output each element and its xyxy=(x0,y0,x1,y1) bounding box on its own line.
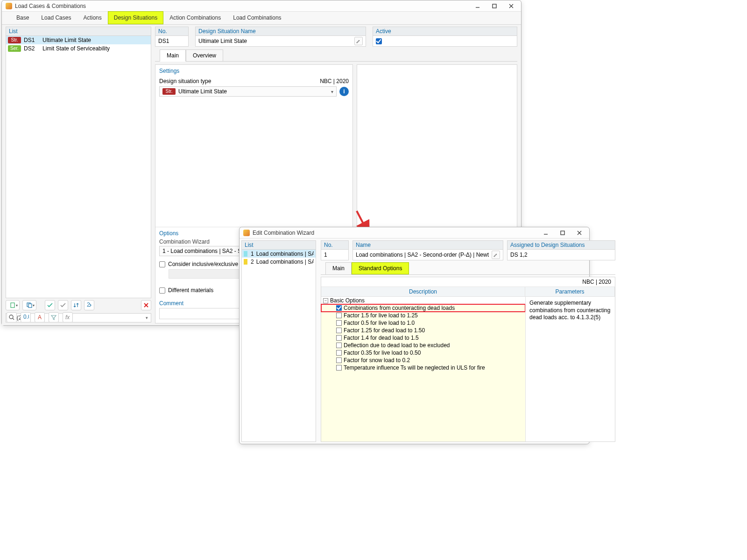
collapse-icon[interactable]: − xyxy=(323,298,328,303)
wizard-list[interactable]: 1 Load combinations | SA2 - Secon 2 Load… xyxy=(241,249,316,442)
name-header: Design Situation Name xyxy=(195,27,366,35)
ds-name: Limit State of Serviceability xyxy=(42,45,110,52)
delete-button[interactable] xyxy=(141,300,151,310)
tab-base[interactable]: Base xyxy=(10,11,35,24)
sub-close-button[interactable] xyxy=(575,229,584,237)
sub-window: Edit Combination Wizard List 1 Load comb… xyxy=(239,227,590,444)
svg-text:2: 2 xyxy=(87,302,90,308)
design-situation-list[interactable]: Str. DS1 Ultimate Limit State Ser. DS2 L… xyxy=(6,35,151,298)
subtab-main[interactable]: Main xyxy=(160,49,186,62)
tree-item[interactable]: Temperature influence Ts will be neglect… xyxy=(321,364,525,371)
tree-item[interactable]: Factor 0.5 for live load to 1.0 xyxy=(321,319,525,327)
svg-rect-1 xyxy=(493,4,496,8)
sub-rename-icon[interactable] xyxy=(492,251,500,259)
copy-button[interactable] xyxy=(22,300,36,310)
tree-checkbox[interactable] xyxy=(336,328,342,333)
check-button-2[interactable] xyxy=(58,300,68,310)
svg-rect-20 xyxy=(561,231,564,235)
tree-item-label: Factor 1.5 for live load to 1.25 xyxy=(344,312,418,319)
list-row-ds1[interactable]: Str. DS1 Ultimate Limit State xyxy=(6,36,151,44)
name-field[interactable]: Ultimate Limit State xyxy=(195,35,366,47)
rename-icon[interactable] xyxy=(354,37,363,45)
tree-checkbox[interactable] xyxy=(336,313,342,318)
row-text: Load combinations | SA2 - Secon xyxy=(256,251,314,257)
subtab-overview[interactable]: Overview xyxy=(186,49,223,61)
subtab-sub-main[interactable]: Main xyxy=(325,262,352,274)
tree-item[interactable]: Factor 1.5 for live load to 1.25 xyxy=(321,312,525,319)
info-icon[interactable]: i xyxy=(339,87,349,96)
sub-name-value: Load combinations | SA2 - Second-order (… xyxy=(356,252,489,258)
svg-rect-6 xyxy=(28,304,32,308)
maximize-button[interactable] xyxy=(490,2,499,10)
tool-search-icon[interactable] xyxy=(7,312,17,322)
inclusive-exclusive-checkbox[interactable] xyxy=(159,261,165,267)
tree-checkbox[interactable] xyxy=(336,365,342,371)
sub-window-title: Edit Combination Wizard xyxy=(253,230,542,236)
tree-item-label: Combinations from counteracting dead loa… xyxy=(344,305,455,311)
minimize-button[interactable] xyxy=(473,2,482,10)
tree-checkbox[interactable] xyxy=(336,350,342,356)
different-materials-label: Different materials xyxy=(168,287,213,294)
list-header: List xyxy=(6,27,151,35)
tab-design-situations[interactable]: Design Situations xyxy=(108,11,163,24)
close-button[interactable] xyxy=(507,2,515,10)
tree-item[interactable]: Factor 0.35 for live load to 0.50 xyxy=(321,349,525,357)
active-checkbox[interactable] xyxy=(376,38,382,44)
svg-text:A: A xyxy=(38,314,42,321)
settings-header: Settings xyxy=(159,68,349,74)
tree-item[interactable]: Factor 1.25 for dead load to 1.50 xyxy=(321,327,525,334)
design-situation-type-combo[interactable]: Str. Ultimate Limit State ▾ xyxy=(159,86,337,97)
swatch-icon xyxy=(244,251,247,257)
wizard-row-2[interactable]: 2 Load combinations | SA1 - Geom xyxy=(242,258,316,266)
list-row-ds2[interactable]: Ser. DS2 Limit State of Serviceability xyxy=(6,44,151,53)
ds-id: DS1 xyxy=(24,37,40,43)
sub-name-field[interactable]: Load combinations | SA2 - Second-order (… xyxy=(352,249,503,260)
svg-text:0.0: 0.0 xyxy=(23,314,29,320)
tree-checkbox[interactable] xyxy=(336,357,342,363)
tree-checkbox[interactable] xyxy=(336,343,342,348)
main-titlebar: Load Cases & Combinations xyxy=(2,0,521,12)
tab-action-combinations[interactable]: Action Combinations xyxy=(163,11,227,24)
tree-checkbox[interactable] xyxy=(336,335,342,341)
tree-item-label: Factor 0.35 for live load to 0.50 xyxy=(344,350,421,356)
tab-load-cases[interactable]: Load Cases xyxy=(35,11,77,24)
tool-text-icon[interactable]: A xyxy=(35,312,45,322)
main-tabstrip: Base Load Cases Actions Design Situation… xyxy=(2,12,521,25)
tab-load-combinations[interactable]: Load Combinations xyxy=(227,11,287,24)
different-materials-checkbox[interactable] xyxy=(159,287,165,294)
wizard-row-1[interactable]: 1 Load combinations | SA2 - Secon xyxy=(242,250,316,258)
tool-units-icon[interactable]: 0.0 xyxy=(21,312,31,322)
swatch-icon xyxy=(244,259,247,265)
sort-button[interactable] xyxy=(71,300,81,310)
tree-item[interactable]: Deflection due to dead load to be exclud… xyxy=(321,342,525,349)
tree-item-label: Factor 1.25 for dead load to 1.50 xyxy=(344,327,425,334)
tree-item[interactable]: Factor for snow load to 0.2 xyxy=(321,357,525,364)
tree-checkbox[interactable] xyxy=(336,320,342,326)
sub-no-field[interactable]: 1 xyxy=(321,249,349,260)
tree-checkbox[interactable] xyxy=(336,305,342,311)
tab-actions[interactable]: Actions xyxy=(77,11,107,24)
app-icon xyxy=(243,230,250,236)
tree-item[interactable]: Combinations from counteracting dead loa… xyxy=(321,304,525,312)
sub-no-value: 1 xyxy=(324,252,327,258)
sub-maximize-button[interactable] xyxy=(558,229,567,237)
assigned-field[interactable]: DS 1,2 xyxy=(507,249,615,260)
combo-tag: Str. xyxy=(162,88,176,95)
new-button[interactable] xyxy=(6,300,20,310)
ds-name: Ultimate Limit State xyxy=(42,37,91,43)
sub-norm-label: NBC | 2020 xyxy=(582,279,611,285)
app-icon xyxy=(6,3,12,9)
check-button-1[interactable] xyxy=(45,300,55,310)
options-tree[interactable]: − Basic Options Combinations from counte… xyxy=(321,297,525,441)
norm-label: NBC | 2020 xyxy=(320,78,349,84)
active-header: Active xyxy=(373,27,517,35)
sub-minimize-button[interactable] xyxy=(542,229,550,237)
tree-item[interactable]: Factor 1.4 for dead load to 1.5 xyxy=(321,334,525,342)
svg-line-14 xyxy=(13,318,14,320)
renumber-button[interactable]: 2 xyxy=(84,300,94,310)
no-field[interactable]: DS1 xyxy=(155,35,189,47)
tool-filter-icon[interactable] xyxy=(49,312,59,322)
row-num: 2 xyxy=(250,259,254,265)
tool-script-icon[interactable]: fx xyxy=(63,312,73,322)
subtab-standard-options[interactable]: Standard Options xyxy=(352,262,409,274)
